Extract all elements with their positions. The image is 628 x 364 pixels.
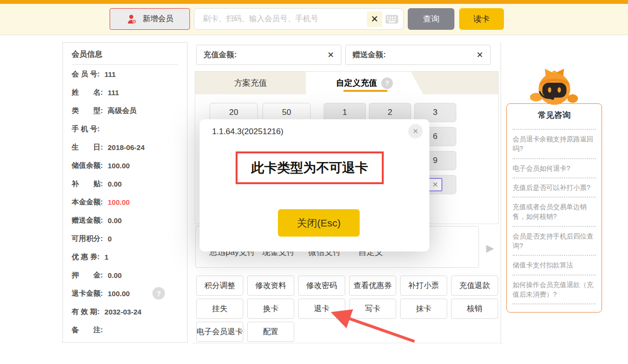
version-text: 1.1.64.3(20251216): [212, 127, 283, 137]
alert-dialog: 1.1.64.3(20251216) ✕ 此卡类型为不可退卡 关闭(Esc): [200, 119, 429, 251]
backspace-icon: ✕: [428, 178, 442, 191]
custom-recharge-help-icon[interactable]: ?: [381, 77, 393, 89]
faq-divider: [513, 255, 596, 256]
member-field-value: 2032-03-24: [104, 308, 141, 316]
member-field-label: 可用积分:: [72, 234, 103, 243]
search-placeholder: 刷卡、扫码、输入会员号、手机号: [194, 14, 367, 24]
member-field-value: 111: [104, 70, 115, 78]
member-field-value: 0: [108, 235, 112, 243]
gift-amount-label: 赠送金额:: [352, 50, 386, 60]
recharge-amount-input[interactable]: 充值金额: ✕: [196, 45, 341, 65]
member-field-label: 生 日:: [72, 143, 103, 152]
member-field-row: 退卡金额: 100.00 ?: [72, 284, 178, 302]
faq-title: 常见咨询: [513, 109, 596, 125]
action-button[interactable]: 写卡: [349, 299, 396, 319]
faq-item: 充值或者会员交易单边销售，如何核销?: [513, 202, 596, 227]
action-buttons-row-3: 电子会员退卡配置: [196, 322, 294, 342]
action-button[interactable]: 换卡: [247, 299, 294, 319]
faq-item: 会员是否支持手机后四位查询?: [513, 231, 596, 256]
action-button[interactable]: 修改资料: [247, 276, 294, 296]
faq-question-link[interactable]: 会员是否支持手机后四位查询?: [513, 231, 596, 251]
clear-search-icon[interactable]: ✕: [367, 12, 382, 27]
add-member-label: 新增会员: [143, 14, 174, 24]
member-field-row: 手 机 号:: [72, 120, 178, 138]
member-field-value: 100.00: [108, 162, 130, 170]
action-button[interactable]: 积分调整: [196, 276, 243, 296]
clear-gift-amount-icon[interactable]: ✕: [477, 50, 483, 60]
member-field-label: 押 金:: [72, 271, 103, 280]
member-field-label: 储值余额:: [72, 161, 103, 170]
tab-custom-recharge[interactable]: 自定义充值 ?: [306, 72, 423, 94]
member-field-value: 0.00: [108, 271, 122, 279]
gift-amount-input[interactable]: 赠送金额: ✕: [345, 45, 490, 65]
member-field-row: 会 员 号: 111: [72, 65, 178, 83]
member-field-value: 100.00: [108, 289, 130, 298]
member-field-label: 有 效 期:: [72, 307, 100, 316]
faq-question-link[interactable]: 充值后是否可以补打小票?: [513, 183, 596, 192]
member-field-value: 111: [108, 88, 119, 97]
assistant-mascot: [527, 67, 582, 106]
faq-question-link[interactable]: 会员退卡余额支持原路返回吗?: [513, 134, 596, 154]
member-field-row: 备 注:: [72, 321, 178, 339]
dialog-close-icon[interactable]: ✕: [408, 124, 423, 138]
faq-divider: [513, 226, 596, 227]
member-field-label: 补 贴:: [72, 179, 103, 188]
member-field-value: 100.00: [108, 198, 130, 206]
tab-custom-label: 自定义充值: [336, 77, 377, 88]
faq-question-link[interactable]: 充值或者会员交易单边销售，如何核销?: [513, 202, 596, 222]
faq-item: 会员退卡余额支持原路返回吗?: [513, 134, 596, 159]
payment-scroll-next-icon[interactable]: ▶: [486, 242, 494, 254]
member-field-list: 会 员 号: 111 姓 名: 111 类 型: 高级会员 手 机 号: 生 日…: [72, 65, 178, 339]
member-field-row: 押 金: 0.00: [72, 266, 178, 284]
action-button[interactable]: 挂失: [196, 299, 243, 319]
member-info-title: 会员信息: [72, 50, 178, 65]
action-button[interactable]: 电子会员退卡: [196, 322, 243, 342]
member-field-row: 补 贴: 0.00: [72, 175, 178, 193]
member-field-label: 退卡金额:: [72, 289, 103, 298]
action-button[interactable]: 退卡: [298, 299, 345, 319]
member-field-value: 0.00: [108, 216, 122, 225]
action-button[interactable]: 配置: [247, 322, 294, 342]
faq-divider: [513, 129, 596, 130]
refund-amount-help-icon[interactable]: ?: [152, 287, 165, 300]
clear-recharge-amount-icon[interactable]: ✕: [327, 50, 334, 60]
keyboard-icon[interactable]: [385, 14, 399, 24]
active-tab-underline: [343, 90, 388, 92]
faq-divider: [513, 158, 596, 159]
action-button[interactable]: 补打小票: [400, 276, 447, 296]
action-button[interactable]: 充值退款: [451, 276, 498, 296]
member-field-label: 姓 名:: [72, 88, 103, 97]
faq-question-link[interactable]: 储值卡支付扣款算法: [513, 260, 596, 270]
action-button[interactable]: 修改密码: [298, 276, 345, 296]
tab-plan-recharge[interactable]: 方案充值: [195, 72, 306, 94]
faq-divider: [513, 197, 596, 198]
query-button[interactable]: 查询: [408, 8, 454, 30]
faq-question-link[interactable]: 如何操作会员充值退款（充值后未消费）?: [513, 280, 596, 300]
action-buttons-row-1: 积分调整修改资料修改密码查看优惠券补打小票充值退款: [196, 276, 498, 296]
member-field-row: 姓 名: 111: [72, 83, 178, 101]
action-button[interactable]: 抹卡: [400, 299, 447, 319]
read-card-button[interactable]: 读卡: [459, 8, 504, 30]
add-member-button[interactable]: 新增会员: [110, 8, 190, 30]
member-field-label: 会 员 号:: [72, 70, 100, 79]
member-field-label: 备 注:: [72, 326, 103, 335]
member-field-value: 0.00: [108, 180, 122, 188]
member-field-label: 本金金额:: [72, 198, 103, 207]
member-field-value: 2018-06-24: [108, 143, 145, 151]
member-search-input[interactable]: 刷卡、扫码、输入会员号、手机号 ✕: [194, 8, 404, 30]
faq-panel: 常见咨询 会员退卡余额支持原路返回吗? 电子会员如何退卡? 充值后是否可以补打小…: [506, 103, 602, 313]
faq-item: 电子会员如何退卡?: [513, 163, 596, 178]
action-button[interactable]: 查看优惠券: [349, 276, 396, 296]
member-field-label: 类 型:: [72, 106, 103, 115]
member-field-row: 本金金额: 100.00: [72, 193, 178, 211]
member-field-label: 赠送金额:: [72, 216, 103, 225]
member-field-label: 手 机 号:: [72, 125, 100, 134]
top-accent-bar: [0, 0, 628, 4]
member-field-row: 生 日: 2018-06-24: [72, 138, 178, 156]
member-field-label: 优 惠 券:: [72, 252, 100, 262]
dialog-close-button[interactable]: 关闭(Esc): [278, 209, 360, 237]
faq-question-link[interactable]: 电子会员如何退卡?: [513, 163, 596, 173]
center-panel-right-border: [501, 42, 501, 343]
person-plus-icon: [126, 13, 138, 25]
action-button[interactable]: 核销: [451, 299, 498, 319]
